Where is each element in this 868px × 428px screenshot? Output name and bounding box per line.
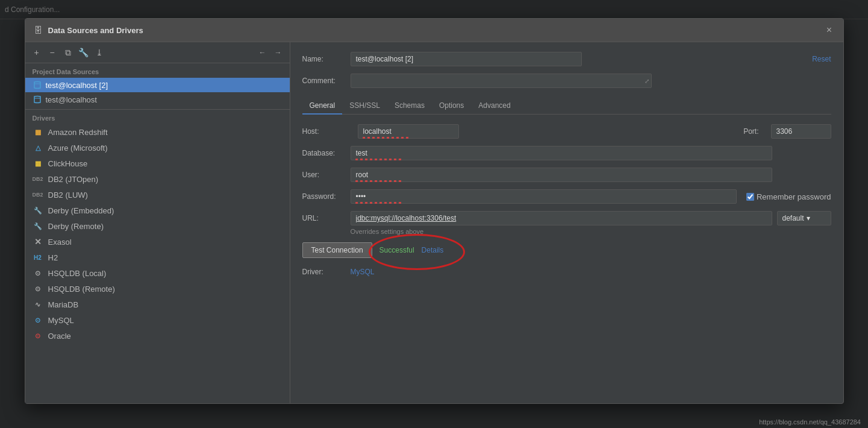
user-input[interactable] <box>351 168 772 182</box>
details-link[interactable]: Details <box>422 246 444 254</box>
password-row: Password: Remember password <box>302 189 831 204</box>
nav-back-button[interactable]: ← <box>256 46 269 59</box>
url-row: URL: default ▾ <box>302 211 831 225</box>
driver-derby-remote[interactable]: 🔧 Derby (Remote) <box>25 218 290 234</box>
driver-label-mysql: MySQL <box>48 316 74 325</box>
driver-label: Driver: <box>302 268 351 276</box>
datasources-dialog: 🗄 Data Sources and Drivers × + − ⧉ 🔧 ⤓ ←… <box>25 18 844 404</box>
tab-general[interactable]: General <box>302 98 343 115</box>
db2-luw-icon: DB2 <box>33 189 43 200</box>
driver-mariadb[interactable]: ∿ MariaDB <box>25 297 290 312</box>
left-toolbar: + − ⧉ 🔧 ⤓ ← → <box>25 42 290 63</box>
mysql-icon: ⊙ <box>33 315 43 326</box>
amazon-redshift-icon: ▦ <box>33 127 43 137</box>
comment-input[interactable] <box>351 74 652 88</box>
driver-mysql[interactable]: ⊙ MySQL <box>25 312 290 328</box>
driver-label-clickhouse: ClickHouse <box>48 159 88 168</box>
database-row: Database: <box>302 146 831 160</box>
user-row: User: <box>302 168 831 182</box>
bottom-bar: https://blog.csdn.net/qq_43687284 <box>752 416 868 428</box>
tabs-row: General SSH/SSL Schemas Options Advanced <box>302 98 831 115</box>
remove-button[interactable]: − <box>46 46 59 59</box>
status-success-text: Successful <box>379 246 414 254</box>
driver-label-amazon-redshift: Amazon Redshift <box>48 128 108 137</box>
duplicate-button[interactable]: ⧉ <box>61 46 75 59</box>
driver-label-derby-remote: Derby (Remote) <box>48 222 104 231</box>
azure-icon: △ <box>33 142 43 153</box>
hsqldb-remote-icon: ⊙ <box>33 283 43 294</box>
driver-label-hsqldb-remote: HSQLDB (Remote) <box>48 285 115 294</box>
datasource-item-selected[interactable]: test@localhost [2] <box>25 78 290 92</box>
driver-derby-embedded[interactable]: 🔧 Derby (Embedded) <box>25 203 290 218</box>
datasource-icon-selected <box>33 80 42 90</box>
tab-schemas[interactable]: Schemas <box>387 98 432 115</box>
dialog-overlay: 🗄 Data Sources and Drivers × + − ⧉ 🔧 ⤓ ←… <box>0 0 868 428</box>
user-label: User: <box>302 171 351 179</box>
datasource-icon-2 <box>33 95 42 104</box>
expand-icon[interactable]: ⤢ <box>645 78 649 84</box>
left-panel: + − ⧉ 🔧 ⤓ ← → Project Data Sources test@… <box>25 42 290 403</box>
driver-exasol[interactable]: ✕ Exasol <box>25 234 290 250</box>
remember-password-checkbox[interactable] <box>746 193 754 201</box>
driver-clickhouse[interactable]: ▦ ClickHouse <box>25 156 290 171</box>
test-connection-row: Test Connection Successful Details <box>302 242 831 258</box>
dialog-titlebar: 🗄 Data Sources and Drivers × <box>25 19 843 42</box>
driver-oracle[interactable]: ⊙ Oracle <box>25 328 290 344</box>
driver-db2-luw[interactable]: DB2 DB2 (LUW) <box>25 187 290 203</box>
database-input[interactable] <box>351 146 772 160</box>
bottom-url: https://blog.csdn.net/qq_43687284 <box>759 418 861 426</box>
driver-label-oracle: Oracle <box>48 332 71 341</box>
driver-label-mariadb: MariaDB <box>48 300 79 309</box>
name-input[interactable] <box>351 52 582 66</box>
remember-password-wrap: Remember password <box>746 192 831 201</box>
url-dropdown[interactable]: default ▾ <box>777 211 831 225</box>
name-label: Name: <box>302 55 351 63</box>
driver-label-azure: Azure (Microsoft) <box>48 143 108 153</box>
tab-options[interactable]: Options <box>432 98 471 115</box>
driver-label-hsqldb-local: HSQLDB (Local) <box>48 269 107 278</box>
driver-value-link[interactable]: MySQL <box>351 268 375 276</box>
host-error-indicator <box>363 137 411 139</box>
derby-embedded-icon: 🔧 <box>33 205 43 216</box>
dialog-body: + − ⧉ 🔧 ⤓ ← → Project Data Sources test@… <box>25 42 843 403</box>
test-connection-button[interactable]: Test Connection <box>302 242 372 258</box>
database-label: Database: <box>302 149 351 157</box>
reset-link[interactable]: Reset <box>812 55 831 63</box>
project-data-sources-label: Project Data Sources <box>25 63 290 78</box>
nav-forward-button[interactable]: → <box>272 46 285 59</box>
h2-icon: H2 <box>33 252 43 263</box>
datasources-icon: 🗄 <box>33 25 43 36</box>
clickhouse-icon: ▦ <box>33 158 43 169</box>
url-label: URL: <box>302 214 351 222</box>
url-input[interactable] <box>351 211 772 225</box>
tab-ssh-ssl[interactable]: SSH/SSL <box>342 98 387 115</box>
driver-h2[interactable]: H2 H2 <box>25 250 290 265</box>
driver-label-db2-luw: DB2 (LUW) <box>48 190 88 200</box>
datasource-label-selected: test@localhost [2] <box>46 81 108 90</box>
driver-db2-jtopen[interactable]: DB2 DB2 (JTOpen) <box>25 171 290 187</box>
host-label: Host: <box>302 127 351 136</box>
close-button[interactable]: × <box>823 24 836 37</box>
password-input[interactable] <box>351 189 737 204</box>
user-error-indicator <box>355 180 404 182</box>
driver-label-db2-jtopen: DB2 (JTOpen) <box>48 175 99 184</box>
driver-hsqldb-remote[interactable]: ⊙ HSQLDB (Remote) <box>25 281 290 297</box>
driver-label-exasol: Exasol <box>48 238 72 247</box>
name-row: Name: Reset <box>302 52 831 66</box>
database-error-indicator <box>355 159 404 160</box>
tab-advanced[interactable]: Advanced <box>471 98 517 115</box>
driver-amazon-redshift[interactable]: ▦ Amazon Redshift <box>25 124 290 140</box>
datasource-item-2[interactable]: test@localhost <box>25 92 290 107</box>
password-error-indicator <box>355 202 404 204</box>
dropdown-arrow-icon: ▾ <box>807 214 810 222</box>
host-row: Host: Port: <box>302 124 831 139</box>
download-button[interactable]: ⤓ <box>93 46 106 59</box>
add-button[interactable]: + <box>30 46 43 59</box>
driver-row: Driver: MySQL <box>302 268 831 276</box>
url-dropdown-value: default <box>782 214 804 222</box>
driver-azure[interactable]: △ Azure (Microsoft) <box>25 140 290 156</box>
driver-hsqldb-local[interactable]: ⊙ HSQLDB (Local) <box>25 265 290 281</box>
port-input[interactable] <box>771 124 831 139</box>
db2-jtopen-icon: DB2 <box>33 174 43 184</box>
configure-button[interactable]: 🔧 <box>77 46 90 59</box>
